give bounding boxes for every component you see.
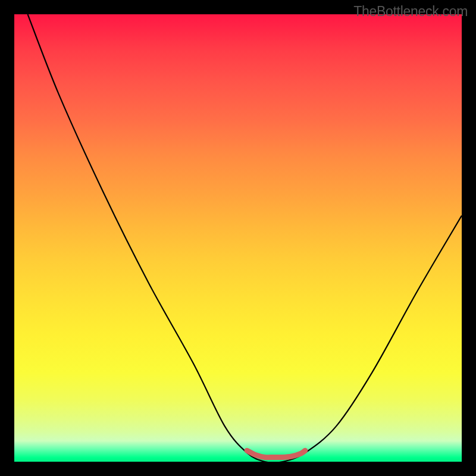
plot-area xyxy=(14,14,462,462)
chart-svg xyxy=(14,14,462,462)
bottleneck-curve xyxy=(28,14,462,462)
optimal-zone-marker xyxy=(247,450,305,458)
watermark-text: TheBottleneck.com xyxy=(353,4,468,20)
